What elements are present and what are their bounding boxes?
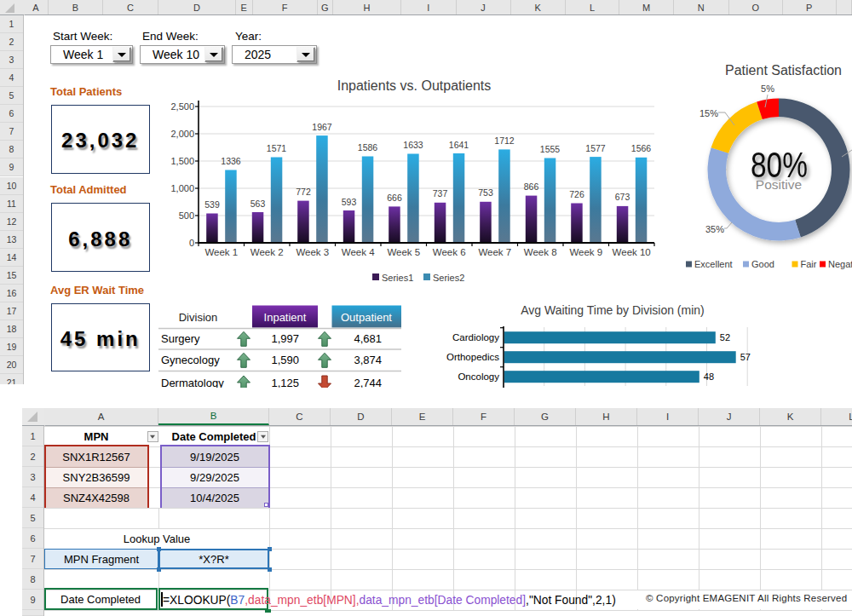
svg-text:1,590: 1,590 — [271, 354, 299, 366]
svg-text:1712: 1712 — [494, 135, 515, 146]
svg-text:Week 3: Week 3 — [296, 247, 329, 257]
svg-text:1967: 1967 — [312, 122, 332, 132]
svg-text:563: 563 — [250, 199, 266, 209]
svg-text:Inpatient: Inpatient — [264, 311, 307, 324]
svg-text:52: 52 — [720, 332, 730, 343]
svg-text:Week 10: Week 10 — [613, 247, 651, 257]
svg-text:1,997: 1,997 — [271, 332, 299, 345]
svg-text:Negative: Negative — [828, 259, 852, 269]
svg-text:1577: 1577 — [585, 143, 606, 153]
svg-text:Week 1: Week 1 — [204, 247, 238, 257]
svg-text:2,500: 2,500 — [170, 101, 194, 112]
svg-text:Outpatient: Outpatient — [341, 311, 392, 324]
svg-text:1571: 1571 — [267, 143, 287, 153]
svg-text:Week 4: Week 4 — [342, 247, 375, 257]
svg-text:666: 666 — [387, 193, 402, 203]
svg-text:Series2: Series2 — [433, 273, 464, 283]
svg-text:2,000: 2,000 — [170, 129, 194, 139]
svg-text:Week 5: Week 5 — [387, 247, 420, 257]
svg-text:1,000: 1,000 — [170, 183, 194, 193]
svg-text:48: 48 — [704, 371, 714, 382]
svg-text:673: 673 — [615, 192, 630, 202]
svg-text:Positive: Positive — [756, 177, 802, 192]
svg-text:539: 539 — [204, 199, 220, 210]
svg-text:4,681: 4,681 — [354, 332, 382, 345]
svg-text:Week 6: Week 6 — [433, 247, 466, 257]
svg-text:Gynecology: Gynecology — [161, 354, 220, 366]
svg-text:500: 500 — [179, 210, 194, 221]
svg-text:Patient Satisfaction: Patient Satisfaction — [725, 63, 842, 78]
svg-text:Orthopedics: Orthopedics — [446, 352, 499, 362]
svg-text:Week 7: Week 7 — [478, 247, 511, 257]
svg-text:726: 726 — [569, 189, 584, 199]
svg-text:866: 866 — [524, 181, 539, 192]
svg-text:1633: 1633 — [403, 140, 423, 150]
svg-text:Oncology: Oncology — [458, 371, 499, 382]
svg-text:753: 753 — [478, 187, 493, 198]
svg-text:Inpatients vs. Outpatients: Inpatients vs. Outpatients — [337, 78, 492, 93]
svg-text:1586: 1586 — [358, 142, 378, 153]
svg-text:1641: 1641 — [449, 140, 469, 150]
svg-text:Dermatology: Dermatology — [161, 377, 224, 388]
svg-text:Good: Good — [751, 259, 774, 269]
svg-text:5%: 5% — [761, 83, 774, 94]
svg-text:Division: Division — [179, 311, 218, 324]
svg-text:35%: 35% — [705, 224, 724, 234]
svg-text:Week 2: Week 2 — [250, 247, 284, 257]
svg-text:Fair: Fair — [801, 259, 817, 269]
svg-text:737: 737 — [433, 188, 448, 199]
svg-text:Cardiology: Cardiology — [452, 332, 499, 343]
svg-text:593: 593 — [342, 197, 357, 207]
svg-text:1,125: 1,125 — [271, 377, 299, 388]
svg-text:Week 8: Week 8 — [524, 247, 557, 257]
svg-text:57: 57 — [740, 352, 751, 362]
svg-text:Excellent: Excellent — [694, 259, 733, 269]
svg-text:2,744: 2,744 — [354, 377, 382, 388]
svg-text:0: 0 — [189, 238, 194, 248]
svg-text:15%: 15% — [699, 108, 718, 118]
svg-text:3,874: 3,874 — [354, 354, 382, 366]
svg-text:Avg Waiting Time by Division (: Avg Waiting Time by Division (min) — [521, 303, 705, 317]
svg-text:Series1: Series1 — [382, 273, 413, 283]
svg-text:772: 772 — [296, 187, 311, 197]
svg-text:1,500: 1,500 — [170, 156, 194, 166]
svg-text:Week 9: Week 9 — [569, 247, 602, 257]
svg-text:1555: 1555 — [540, 144, 561, 154]
svg-text:1336: 1336 — [221, 156, 241, 166]
svg-text:Surgery: Surgery — [161, 332, 200, 345]
svg-text:1566: 1566 — [631, 143, 652, 153]
